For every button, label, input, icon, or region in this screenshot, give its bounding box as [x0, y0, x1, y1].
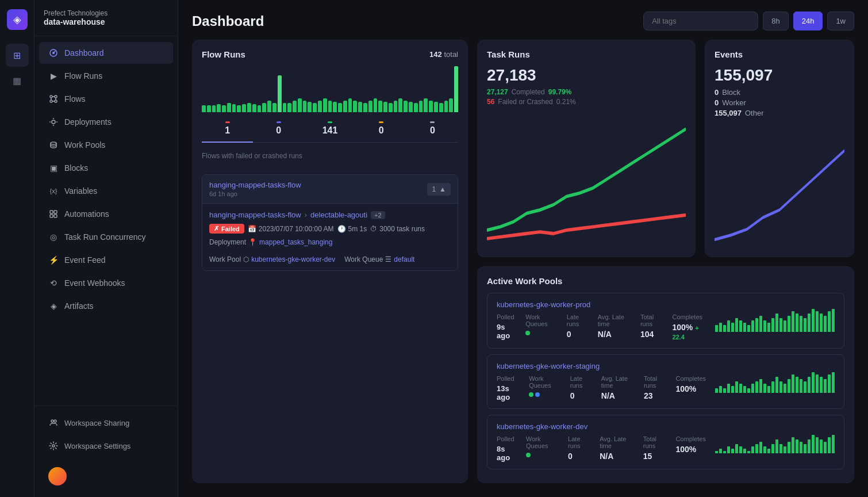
pool-bar-0 [715, 388, 718, 393]
pool-info: kubernetes-gke-worker-prod Polled 9s ago… [497, 300, 706, 341]
sidebar-item-automations[interactable]: Automations [39, 203, 173, 225]
sidebar-item-artifacts[interactable]: ◈ Artifacts [39, 295, 173, 317]
events-worker-row: 0 Worker [715, 98, 844, 107]
sidebar-label-workspace-settings: Workspace Settings [64, 442, 130, 450]
task-runs-failed: 56 [487, 98, 494, 106]
pool-bar-4 [731, 323, 734, 332]
expand-button[interactable]: 1 ▲ [427, 183, 451, 196]
bar-32 [363, 103, 367, 112]
bar-28 [343, 101, 347, 112]
pool-item-0: kubernetes-gke-worker-prod Polled 9s ago… [487, 293, 844, 349]
flow-run-group-header: hanging-mapped-tasks-flow 6d 1h ago 1 ▲ [202, 175, 458, 203]
time-btn-24h[interactable]: 24h [793, 12, 823, 30]
tab-failed-count: 1 [225, 125, 230, 136]
tab-other-count: 0 [430, 125, 435, 136]
flow-runs-total: 142 total [429, 50, 458, 59]
tab-running[interactable]: 0 [356, 119, 407, 142]
svg-point-1 [50, 95, 52, 98]
tags-input[interactable] [643, 12, 758, 30]
task-runs-completed-pct: 99.79% [548, 88, 572, 96]
user-profile[interactable] [39, 461, 173, 491]
sidebar-item-task-run-concurrency[interactable]: ◎ Task Run Concurrency [39, 226, 173, 248]
company-name: Prefect Technologies [44, 9, 168, 17]
time-btn-1w[interactable]: 1w [827, 12, 854, 30]
pool-bar-9 [751, 320, 754, 332]
sidebar-item-deployments[interactable]: Deployments [39, 111, 173, 133]
flow-run-time: 6d 1h ago [209, 190, 301, 197]
pool-name[interactable]: kubernetes-gke-worker-dev [497, 422, 706, 431]
pool-name[interactable]: kubernetes-gke-worker-prod [497, 300, 706, 309]
svg-point-6 [51, 142, 56, 144]
tab-failed-dot [225, 121, 230, 123]
pool-name[interactable]: kubernetes-gke-worker-staging [497, 362, 706, 370]
pool-work-queues: Work Queues [529, 375, 561, 397]
sidebar-item-workspace-settings[interactable]: Workspace Settings [39, 435, 173, 457]
svg-point-4 [55, 100, 57, 102]
tab-failed[interactable]: 1 [202, 119, 253, 143]
bar-1 [207, 105, 211, 112]
pool-bar-8 [747, 388, 750, 393]
flow-run-name[interactable]: hanging-mapped-tasks-flow [209, 181, 301, 189]
bar-23 [318, 101, 322, 112]
pool-bar-12 [763, 384, 766, 393]
pool-polled: Polled 9s ago [497, 314, 516, 340]
variables-icon: {x} [48, 186, 59, 196]
workspace-settings-icon [48, 441, 59, 451]
expand-count: 1 [432, 185, 436, 193]
rail-chart-icon[interactable]: ▦ [6, 69, 29, 92]
sidebar-item-event-webhooks[interactable]: ⟲ Event Webhooks [39, 272, 173, 294]
tab-pending-count: 0 [276, 125, 281, 136]
pool-completes: Completes 100% + 22.4 [672, 314, 706, 341]
pool-bar-7 [743, 449, 746, 453]
header-controls: 8h 24h 1w [643, 12, 854, 30]
pool-bar-12 [763, 320, 766, 332]
pool-bar-19 [792, 311, 794, 332]
sidebar-item-flow-runs[interactable]: ▶ Flow Runs [39, 65, 173, 87]
sidebar-item-workspace-sharing[interactable]: Workspace Sharing [39, 412, 173, 434]
task-run-concurrency-icon: ◎ [48, 232, 59, 242]
pool-bar-29 [832, 309, 835, 332]
run-sub-name[interactable]: delectable-agouti [310, 211, 367, 219]
time-btn-8h[interactable]: 8h [763, 12, 788, 30]
sidebar-item-work-pools[interactable]: Work Pools [39, 134, 173, 156]
sidebar-item-blocks[interactable]: ▣ Blocks [39, 157, 173, 179]
sidebar-item-event-feed[interactable]: ⚡ Event Feed [39, 249, 173, 271]
failed-badge: ✗ Failed [209, 224, 244, 234]
svg-rect-9 [50, 215, 53, 217]
tab-pending[interactable]: 0 [253, 119, 304, 142]
task-runs-card: Task Runs 27,183 27,127 Completed 99.79%… [477, 40, 696, 257]
flow-runs-chart [202, 66, 458, 112]
svg-point-12 [54, 420, 56, 422]
work-pool-value[interactable]: kubernetes-gke-worker-dev [251, 255, 335, 263]
sidebar-item-flows[interactable]: Flows [39, 88, 173, 110]
sidebar-label-task-run-concurrency: Task Run Concurrency [64, 232, 146, 242]
tab-completed-count: 141 [322, 125, 338, 136]
deployment-value[interactable]: mapped_tasks_hanging [259, 238, 332, 246]
run-info-row: hanging-mapped-tasks-flow › delectable-a… [209, 211, 451, 219]
pool-bar-6 [739, 320, 742, 332]
pool-bar-23 [808, 314, 811, 332]
tab-completed[interactable]: 141 [304, 119, 355, 142]
bar-48 [444, 101, 448, 112]
sidebar-item-variables[interactable]: {x} Variables [39, 180, 173, 202]
work-queue-value[interactable]: default [394, 255, 414, 263]
bar-0 [202, 105, 206, 112]
pool-bar-19 [792, 437, 794, 453]
sidebar-label-blocks: Blocks [64, 163, 88, 173]
pool-bar-1 [719, 449, 722, 453]
pool-bar-3 [727, 446, 730, 453]
pool-bar-5 [735, 318, 738, 332]
bar-13 [267, 101, 271, 112]
work-pools-header: Active Work Pools [487, 276, 844, 286]
tab-running-count: 0 [379, 125, 384, 136]
pool-bar-5 [735, 444, 738, 453]
tab-other[interactable]: 0 [407, 119, 458, 142]
rail-dashboard-icon[interactable]: ⊞ [6, 44, 29, 67]
x-icon: ✗ [214, 225, 219, 232]
run-detail-name[interactable]: hanging-mapped-tasks-flow [209, 211, 301, 219]
clock-icon: 🕐 [337, 225, 346, 233]
pool-bar-6 [739, 446, 742, 453]
sidebar-item-dashboard[interactable]: Dashboard [39, 42, 173, 64]
bar-19 [298, 98, 302, 112]
events-title: Events [715, 49, 743, 59]
